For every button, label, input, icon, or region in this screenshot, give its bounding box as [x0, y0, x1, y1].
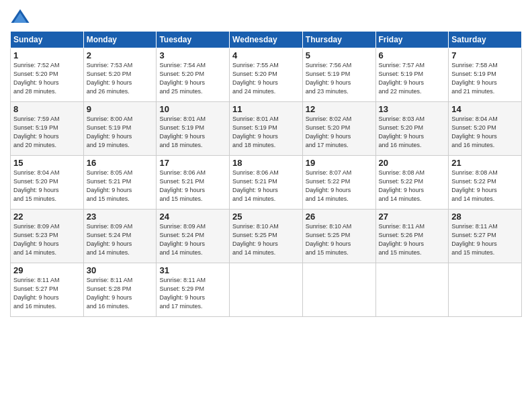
- cell-info: Sunrise: 8:06 AMSunset: 5:21 PMDaylight:…: [159, 169, 226, 203]
- week-row-2: 8Sunrise: 7:59 AMSunset: 5:19 PMDaylight…: [11, 102, 522, 156]
- cell-info: Sunrise: 8:09 AMSunset: 5:24 PMDaylight:…: [87, 222, 154, 257]
- day-header-saturday: Saturday: [449, 32, 522, 48]
- day-number: 21: [451, 158, 519, 168]
- day-number: 27: [379, 212, 446, 222]
- calendar-cell: [449, 263, 522, 317]
- cell-info: Sunrise: 7:56 AMSunset: 5:19 PMDaylight:…: [306, 61, 373, 96]
- day-number: 5: [306, 50, 373, 60]
- calendar-cell: 11Sunrise: 8:01 AMSunset: 5:19 PMDayligh…: [230, 102, 303, 156]
- calendar-cell: 16Sunrise: 8:05 AMSunset: 5:21 PMDayligh…: [83, 156, 157, 210]
- day-number: 13: [379, 104, 446, 114]
- cell-info: Sunrise: 7:58 AMSunset: 5:19 PMDaylight:…: [451, 61, 519, 96]
- day-number: 15: [13, 158, 81, 168]
- day-header-wednesday: Wednesday: [230, 32, 303, 48]
- calendar-cell: 4Sunrise: 7:55 AMSunset: 5:20 PMDaylight…: [230, 48, 303, 102]
- calendar-cell: 19Sunrise: 8:07 AMSunset: 5:22 PMDayligh…: [302, 156, 375, 210]
- header-row: SundayMondayTuesdayWednesdayThursdayFrid…: [11, 32, 522, 48]
- day-number: 28: [451, 212, 519, 222]
- week-row-1: 1Sunrise: 7:52 AMSunset: 5:20 PMDaylight…: [11, 48, 522, 102]
- calendar-cell: 13Sunrise: 8:03 AMSunset: 5:20 PMDayligh…: [375, 102, 449, 156]
- calendar-cell: 31Sunrise: 8:11 AMSunset: 5:29 PMDayligh…: [157, 263, 230, 317]
- page: SundayMondayTuesdayWednesdayThursdayFrid…: [0, 0, 532, 411]
- calendar-cell: 18Sunrise: 8:06 AMSunset: 5:21 PMDayligh…: [230, 156, 303, 210]
- day-number: 9: [87, 104, 154, 114]
- day-number: 11: [232, 104, 300, 114]
- cell-info: Sunrise: 7:53 AMSunset: 5:20 PMDaylight:…: [87, 61, 154, 96]
- cell-info: Sunrise: 8:11 AMSunset: 5:26 PMDaylight:…: [379, 222, 446, 257]
- calendar-cell: 26Sunrise: 8:10 AMSunset: 5:25 PMDayligh…: [302, 210, 375, 263]
- cell-info: Sunrise: 7:52 AMSunset: 5:20 PMDaylight:…: [13, 61, 81, 96]
- cell-info: Sunrise: 8:08 AMSunset: 5:22 PMDaylight:…: [379, 169, 446, 203]
- day-header-thursday: Thursday: [302, 32, 375, 48]
- day-number: 25: [232, 212, 300, 222]
- day-number: 30: [87, 265, 154, 275]
- logo: [10, 7, 33, 27]
- day-header-tuesday: Tuesday: [157, 32, 230, 48]
- day-number: 24: [159, 212, 226, 222]
- logo-icon: [10, 7, 30, 27]
- calendar-table: SundayMondayTuesdayWednesdayThursdayFrid…: [10, 31, 522, 317]
- cell-info: Sunrise: 8:11 AMSunset: 5:29 PMDaylight:…: [159, 276, 226, 311]
- cell-info: Sunrise: 8:03 AMSunset: 5:20 PMDaylight:…: [379, 115, 446, 150]
- calendar-cell: [302, 263, 375, 317]
- day-number: 3: [159, 50, 226, 60]
- calendar-cell: 8Sunrise: 7:59 AMSunset: 5:19 PMDaylight…: [11, 102, 84, 156]
- day-number: 10: [159, 104, 226, 114]
- calendar-cell: 17Sunrise: 8:06 AMSunset: 5:21 PMDayligh…: [157, 156, 230, 210]
- calendar-cell: 20Sunrise: 8:08 AMSunset: 5:22 PMDayligh…: [375, 156, 449, 210]
- day-number: 22: [13, 212, 81, 222]
- cell-info: Sunrise: 7:54 AMSunset: 5:20 PMDaylight:…: [159, 61, 226, 96]
- day-header-monday: Monday: [83, 32, 157, 48]
- calendar-cell: 22Sunrise: 8:09 AMSunset: 5:23 PMDayligh…: [11, 210, 84, 263]
- day-number: 26: [306, 212, 373, 222]
- cell-info: Sunrise: 8:00 AMSunset: 5:19 PMDaylight:…: [87, 115, 154, 150]
- day-header-sunday: Sunday: [11, 32, 84, 48]
- calendar-cell: 23Sunrise: 8:09 AMSunset: 5:24 PMDayligh…: [83, 210, 157, 263]
- day-number: 31: [159, 265, 226, 275]
- day-number: 12: [306, 104, 373, 114]
- calendar-cell: 1Sunrise: 7:52 AMSunset: 5:20 PMDaylight…: [11, 48, 84, 102]
- day-number: 18: [232, 158, 300, 168]
- day-number: 2: [87, 50, 154, 60]
- cell-info: Sunrise: 8:01 AMSunset: 5:19 PMDaylight:…: [232, 115, 300, 150]
- calendar-cell: 24Sunrise: 8:09 AMSunset: 5:24 PMDayligh…: [157, 210, 230, 263]
- day-number: 16: [87, 158, 154, 168]
- cell-info: Sunrise: 8:11 AMSunset: 5:27 PMDaylight:…: [13, 276, 81, 311]
- day-number: 23: [87, 212, 154, 222]
- calendar-cell: 10Sunrise: 8:01 AMSunset: 5:19 PMDayligh…: [157, 102, 230, 156]
- calendar-cell: 27Sunrise: 8:11 AMSunset: 5:26 PMDayligh…: [375, 210, 449, 263]
- calendar-cell: 30Sunrise: 8:11 AMSunset: 5:28 PMDayligh…: [83, 263, 157, 317]
- calendar-cell: 6Sunrise: 7:57 AMSunset: 5:19 PMDaylight…: [375, 48, 449, 102]
- cell-info: Sunrise: 7:55 AMSunset: 5:20 PMDaylight:…: [232, 61, 300, 96]
- day-number: 20: [379, 158, 446, 168]
- day-number: 6: [379, 50, 446, 60]
- day-number: 1: [13, 50, 81, 60]
- cell-info: Sunrise: 8:11 AMSunset: 5:27 PMDaylight:…: [451, 222, 519, 257]
- calendar-cell: 3Sunrise: 7:54 AMSunset: 5:20 PMDaylight…: [157, 48, 230, 102]
- cell-info: Sunrise: 8:01 AMSunset: 5:19 PMDaylight:…: [159, 115, 226, 150]
- day-number: 4: [232, 50, 300, 60]
- cell-info: Sunrise: 8:09 AMSunset: 5:23 PMDaylight:…: [13, 222, 81, 257]
- cell-info: Sunrise: 8:04 AMSunset: 5:20 PMDaylight:…: [451, 115, 519, 150]
- cell-info: Sunrise: 8:11 AMSunset: 5:28 PMDaylight:…: [87, 276, 154, 311]
- calendar-cell: 9Sunrise: 8:00 AMSunset: 5:19 PMDaylight…: [83, 102, 157, 156]
- week-row-3: 15Sunrise: 8:04 AMSunset: 5:20 PMDayligh…: [11, 156, 522, 210]
- calendar-cell: 21Sunrise: 8:08 AMSunset: 5:22 PMDayligh…: [449, 156, 522, 210]
- cell-info: Sunrise: 7:59 AMSunset: 5:19 PMDaylight:…: [13, 115, 81, 150]
- cell-info: Sunrise: 7:57 AMSunset: 5:19 PMDaylight:…: [379, 61, 446, 96]
- cell-info: Sunrise: 8:08 AMSunset: 5:22 PMDaylight:…: [451, 169, 519, 203]
- day-number: 19: [306, 158, 373, 168]
- week-row-5: 29Sunrise: 8:11 AMSunset: 5:27 PMDayligh…: [11, 263, 522, 317]
- day-header-friday: Friday: [375, 32, 449, 48]
- cell-info: Sunrise: 8:04 AMSunset: 5:20 PMDaylight:…: [13, 169, 81, 203]
- calendar-cell: 28Sunrise: 8:11 AMSunset: 5:27 PMDayligh…: [449, 210, 522, 263]
- calendar-cell: 5Sunrise: 7:56 AMSunset: 5:19 PMDaylight…: [302, 48, 375, 102]
- week-row-4: 22Sunrise: 8:09 AMSunset: 5:23 PMDayligh…: [11, 210, 522, 263]
- cell-info: Sunrise: 8:06 AMSunset: 5:21 PMDaylight:…: [232, 169, 300, 203]
- day-number: 8: [13, 104, 81, 114]
- calendar-cell: 2Sunrise: 7:53 AMSunset: 5:20 PMDaylight…: [83, 48, 157, 102]
- day-number: 7: [451, 50, 519, 60]
- cell-info: Sunrise: 8:10 AMSunset: 5:25 PMDaylight:…: [232, 222, 300, 257]
- cell-info: Sunrise: 8:05 AMSunset: 5:21 PMDaylight:…: [87, 169, 154, 203]
- cell-info: Sunrise: 8:02 AMSunset: 5:20 PMDaylight:…: [306, 115, 373, 150]
